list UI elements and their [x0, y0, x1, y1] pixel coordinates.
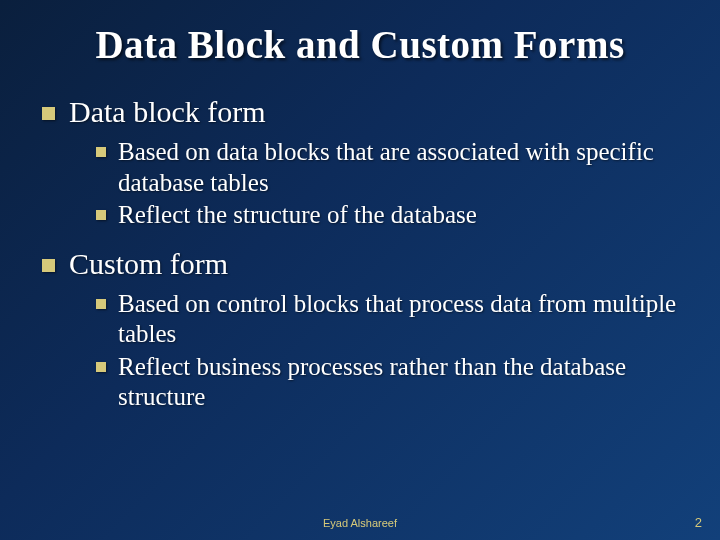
square-bullet-icon — [42, 259, 55, 272]
sub-list: Based on data blocks that are associated… — [96, 137, 680, 231]
bullet-text: Reflect the structure of the database — [118, 200, 477, 231]
list-item: Based on data blocks that are associated… — [96, 137, 680, 198]
sub-list: Based on control blocks that process dat… — [96, 289, 680, 413]
square-bullet-icon — [42, 107, 55, 120]
bullet-text: Based on control blocks that process dat… — [118, 289, 680, 350]
footer-author: Eyad Alshareef — [98, 517, 622, 529]
bullet-text: Reflect business processes rather than t… — [118, 352, 680, 413]
square-bullet-icon — [96, 362, 106, 372]
footer: Eyad Alshareef 2 — [0, 515, 720, 530]
list-item: Custom form — [42, 247, 680, 281]
slide-title: Data Block and Custom Forms — [40, 22, 680, 67]
bullet-text: Based on data blocks that are associated… — [118, 137, 680, 198]
square-bullet-icon — [96, 147, 106, 157]
list-item: Reflect business processes rather than t… — [96, 352, 680, 413]
list-item: Reflect the structure of the database — [96, 200, 680, 231]
page-number: 2 — [622, 515, 702, 530]
square-bullet-icon — [96, 299, 106, 309]
list-item: Data block form — [42, 95, 680, 129]
slide: Data Block and Custom Forms Data block f… — [0, 0, 720, 540]
section-heading: Data block form — [69, 95, 266, 129]
list-item: Based on control blocks that process dat… — [96, 289, 680, 350]
square-bullet-icon — [96, 210, 106, 220]
section-heading: Custom form — [69, 247, 228, 281]
slide-content: Data block form Based on data blocks tha… — [40, 95, 680, 413]
